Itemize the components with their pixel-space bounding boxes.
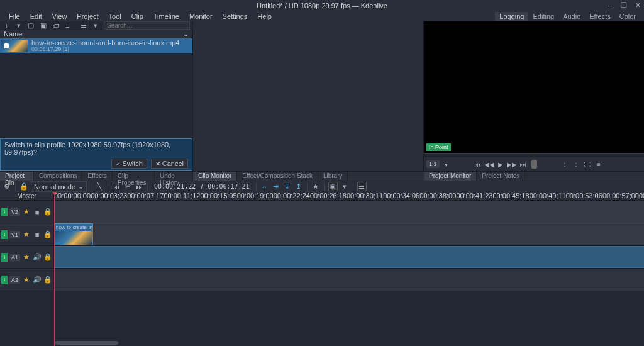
minimize-icon[interactable]: – bbox=[606, 1, 614, 9]
skip-start-icon[interactable]: ⏮ bbox=[112, 182, 121, 191]
marker-icon[interactable]: : bbox=[560, 160, 569, 169]
zoom-select[interactable]: 1:1 bbox=[426, 160, 440, 168]
fullscreen-icon[interactable]: ⛶ bbox=[583, 160, 592, 169]
chevron-down-icon[interactable]: ▾ bbox=[340, 182, 349, 191]
options-icon[interactable]: ≡ bbox=[594, 160, 603, 169]
playhead[interactable] bbox=[54, 192, 55, 346]
play-icon[interactable]: ▶ bbox=[496, 160, 505, 169]
tab-clip-monitor[interactable]: Clip Monitor bbox=[193, 172, 237, 181]
track-label[interactable]: V1 bbox=[9, 231, 20, 238]
tab-effects[interactable]: Effects bbox=[82, 172, 112, 181]
layout-logging[interactable]: Logging bbox=[495, 12, 528, 21]
menu-project[interactable]: Project bbox=[72, 12, 103, 21]
show-audio-icon[interactable]: ☰ bbox=[357, 182, 367, 191]
spacer-icon[interactable]: ↔ bbox=[260, 182, 269, 191]
menu-help[interactable]: Help bbox=[252, 12, 277, 21]
mute-video-icon[interactable]: ■ bbox=[33, 230, 42, 239]
timeline-scrollbar[interactable] bbox=[55, 341, 118, 345]
menu-edit[interactable]: Edit bbox=[25, 12, 47, 21]
timecode-now[interactable]: 00:00:21,22 bbox=[152, 183, 198, 190]
overwrite-icon[interactable]: ⇥ bbox=[272, 182, 280, 191]
skip-end-icon[interactable]: ⏭ bbox=[135, 182, 143, 191]
lock-icon[interactable]: 🔒 bbox=[43, 208, 52, 216]
insert-icon[interactable]: ↧ bbox=[283, 182, 292, 191]
bin-header[interactable]: Name ⌄ bbox=[0, 30, 192, 38]
tab-compositions[interactable]: Compositions bbox=[34, 172, 83, 181]
tab-clip-properties[interactable]: Clip Properties bbox=[113, 172, 155, 181]
zone-select-icon[interactable] bbox=[531, 160, 537, 169]
rewind-icon[interactable]: ◀◀ bbox=[485, 160, 494, 169]
tag-icon[interactable]: 🏷 bbox=[52, 21, 60, 30]
time-ruler[interactable]: 00:00:00,0000:00:03;2300:00:07;1700:00:1… bbox=[54, 192, 644, 200]
chevron-down-icon[interactable]: ▾ bbox=[442, 160, 451, 169]
search-input[interactable] bbox=[104, 21, 190, 30]
cut-icon[interactable]: ✂ bbox=[123, 182, 132, 191]
mute-audio-icon[interactable]: 🔊 bbox=[33, 276, 42, 284]
gear-icon[interactable]: ⚙ bbox=[3, 182, 11, 191]
layout-color[interactable]: Color bbox=[615, 12, 640, 21]
view-menu-icon[interactable]: ▾ bbox=[92, 21, 100, 30]
timeline-audio-clip[interactable] bbox=[54, 246, 644, 268]
lock-icon[interactable]: 🔒 bbox=[43, 230, 52, 239]
mute-video-icon[interactable]: ■ bbox=[33, 208, 42, 216]
skip-start-icon[interactable]: ⏮ bbox=[474, 160, 482, 169]
star-icon[interactable]: ★ bbox=[22, 253, 31, 262]
forward-icon[interactable]: ▶▶ bbox=[508, 160, 516, 169]
track-a2-head[interactable]: ↓ A2 ★ 🔊 🔒 bbox=[0, 269, 54, 291]
tab-effect-stack[interactable]: Effect/Composition Stack bbox=[237, 172, 318, 181]
menu-tool[interactable]: Tool bbox=[104, 12, 126, 21]
menu-monitor[interactable]: Monitor bbox=[184, 12, 218, 21]
menu-view[interactable]: View bbox=[47, 12, 72, 21]
menu-settings[interactable]: Settings bbox=[218, 12, 253, 21]
favorite-icon[interactable]: ★ bbox=[311, 182, 320, 191]
lift-icon[interactable]: ↥ bbox=[294, 182, 303, 191]
monitor-viewport[interactable]: In Point bbox=[424, 21, 644, 153]
track-v1-body[interactable]: how-to-create-mount-and-burn-isos-in-lin… bbox=[54, 223, 644, 245]
menu-clip[interactable]: Clip bbox=[126, 12, 148, 21]
filter-icon[interactable]: ≡ bbox=[64, 21, 72, 30]
chevron-down-icon[interactable]: ▾ bbox=[14, 21, 23, 30]
tab-library[interactable]: Library bbox=[318, 172, 348, 181]
mute-audio-icon[interactable]: 🔊 bbox=[33, 253, 42, 262]
add-clip-icon[interactable]: + bbox=[3, 21, 11, 30]
expand-icon[interactable]: ↓ bbox=[1, 253, 8, 262]
layout-audio[interactable]: Audio bbox=[558, 12, 585, 21]
track-a1-head[interactable]: ↓ A1 ★ 🔊 🔒 bbox=[0, 246, 54, 268]
tab-undo-history[interactable]: Undo History bbox=[155, 172, 193, 181]
track-a2-body[interactable] bbox=[54, 269, 644, 291]
menu-file[interactable]: File bbox=[4, 12, 25, 21]
track-v2-head[interactable]: ↓ V2 ★ ■ 🔒 bbox=[0, 201, 54, 223]
master-label[interactable]: Master bbox=[0, 192, 54, 200]
marker2-icon[interactable]: : bbox=[572, 160, 580, 169]
lock-icon[interactable]: 🔒 bbox=[43, 253, 52, 262]
delete-icon[interactable]: ▣ bbox=[39, 21, 47, 30]
layout-editing[interactable]: Editing bbox=[528, 12, 558, 21]
lock-icon[interactable]: 🔒 bbox=[19, 182, 28, 191]
track-label[interactable]: A1 bbox=[9, 254, 20, 261]
folder-icon[interactable]: ▢ bbox=[27, 21, 35, 30]
chevron-down-icon[interactable]: ⌄ bbox=[183, 30, 189, 38]
track-label[interactable]: V2 bbox=[9, 208, 20, 216]
clip-item[interactable]: how-to-create-mount-and-burn-isos-in-lin… bbox=[0, 38, 192, 53]
edit-mode-select[interactable]: Normal mode ⌄ bbox=[31, 181, 87, 192]
preview-render-icon[interactable]: ◉ bbox=[328, 182, 338, 191]
expand-icon[interactable]: ↓ bbox=[1, 230, 8, 239]
track-v1-head[interactable]: ↓ V1 ★ ■ 🔒 bbox=[0, 223, 54, 245]
close-icon[interactable]: ✕ bbox=[634, 1, 641, 9]
layout-effects[interactable]: Effects bbox=[585, 12, 614, 21]
track-v2-body[interactable] bbox=[54, 201, 644, 223]
switch-button[interactable]: ✓ Switch bbox=[111, 159, 147, 169]
star-icon[interactable]: ★ bbox=[22, 208, 31, 216]
track-label[interactable]: A2 bbox=[9, 276, 20, 284]
tab-project-notes[interactable]: Project Notes bbox=[477, 172, 525, 181]
menu-timeline[interactable]: Timeline bbox=[148, 12, 184, 21]
timeline-clip[interactable]: how-to-create-mount-and-burn-isos-in-lin… bbox=[54, 223, 93, 245]
cancel-button[interactable]: ✕ Cancel bbox=[151, 159, 188, 169]
tab-project-monitor[interactable]: Project Monitor bbox=[424, 172, 477, 181]
expand-icon[interactable]: ↓ bbox=[1, 276, 8, 284]
star-icon[interactable]: ★ bbox=[22, 276, 31, 284]
maximize-icon[interactable]: ❐ bbox=[620, 1, 628, 9]
view-list-icon[interactable]: ☰ bbox=[79, 21, 87, 30]
track-compositing-icon[interactable]: ╲ bbox=[95, 182, 104, 191]
track-a1-body[interactable] bbox=[54, 246, 644, 268]
